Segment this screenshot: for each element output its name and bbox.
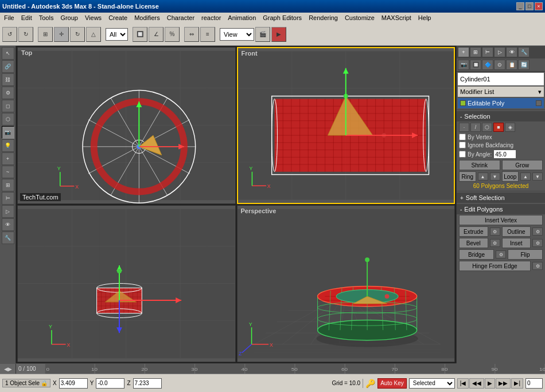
rp-mini-btn4[interactable]: ⊙ [494, 60, 505, 70]
by-vertex-checkbox[interactable] [459, 134, 466, 140]
hinge-from-edge-button[interactable]: Hinge From Edge [459, 261, 531, 271]
lt-select-tool[interactable]: ↖ [2, 47, 14, 60]
menu-item-file[interactable]: File [1, 14, 17, 22]
menu-item-help[interactable]: Help [415, 14, 434, 22]
bevel-settings[interactable]: ⚙ [490, 239, 500, 247]
snap-toggle[interactable]: 🔲 [133, 27, 147, 42]
current-frame-input[interactable] [525, 378, 543, 389]
modifier-item-editable-poly[interactable]: Editable Poly [458, 98, 544, 108]
menu-item-views[interactable]: Views [82, 14, 104, 22]
menu-item-rendering[interactable]: Rendering [306, 14, 341, 22]
menu-item-graph editors[interactable]: Graph Editors [260, 14, 305, 22]
ring-spinner-up[interactable]: ▲ [478, 173, 488, 181]
rotate-button[interactable]: ↻ [70, 27, 85, 42]
bevel-button[interactable]: Bevel [459, 238, 488, 248]
flip-button[interactable]: Flip [508, 249, 543, 260]
menu-item-animation[interactable]: Animation [225, 14, 259, 22]
lt-spacewarp-tool[interactable]: ~ [2, 166, 14, 178]
modifier-vis-box[interactable] [536, 100, 542, 106]
filter-select[interactable]: All [106, 28, 128, 41]
menu-item-tools[interactable]: Tools [36, 14, 57, 22]
lt-hierarchy-tool[interactable]: ⊢ [2, 192, 14, 205]
y-input[interactable] [96, 378, 124, 389]
bridge-button[interactable]: Bridge [459, 249, 494, 260]
loop-spinner-down[interactable]: ▼ [532, 173, 543, 181]
soft-selection-collapse[interactable]: + [460, 195, 464, 201]
redo-button[interactable]: ↻ [18, 27, 33, 42]
ring-button[interactable]: Ring [459, 171, 476, 182]
rp-tab-utilities[interactable]: 🔧 [518, 47, 530, 57]
next-frame-button[interactable]: ▶| [511, 378, 523, 389]
rp-tab-hierarchy[interactable]: ⊢ [482, 47, 493, 57]
move-button[interactable]: ✛ [54, 27, 69, 42]
viewport-perspective[interactable]: Perspective [237, 205, 456, 362]
viewport-top[interactable]: Top [17, 47, 236, 204]
timeline-range[interactable]: 0 / 100 0 [16, 364, 545, 374]
bridge-settings[interactable]: ⚙ [496, 250, 506, 258]
lt-helper-tool[interactable]: + [2, 152, 14, 165]
x-input[interactable] [59, 378, 88, 389]
play-button[interactable]: ▶ [485, 378, 495, 389]
align-button[interactable]: ≡ [200, 27, 215, 42]
lt-modify-tool[interactable]: ⊞ [2, 179, 14, 191]
loop-spinner-up[interactable]: ▲ [520, 173, 531, 181]
hinge-settings[interactable]: ⚙ [532, 262, 543, 270]
menu-item-reactor[interactable]: reactor [198, 14, 224, 22]
menu-item-character[interactable]: Character [164, 14, 197, 22]
menu-item-group[interactable]: Group [57, 14, 81, 22]
render-button[interactable]: ▶ [271, 27, 286, 42]
by-angle-input[interactable] [493, 150, 516, 159]
lt-light-tool[interactable]: 💡 [2, 139, 14, 152]
next-key-button[interactable]: ▶▶ [496, 378, 511, 389]
prev-frame-button[interactable]: |◀ [457, 378, 469, 389]
viewport-left[interactable]: Top [17, 205, 236, 362]
percent-snap[interactable]: % [165, 27, 180, 42]
rp-tab-create[interactable]: + [458, 47, 469, 57]
rp-mini-btn2[interactable]: 🔲 [470, 60, 481, 70]
sel-polygon-icon[interactable]: ■ [493, 123, 504, 132]
menu-item-modifiers[interactable]: Modifiers [131, 14, 163, 22]
maximize-button[interactable]: □ [525, 2, 534, 10]
lt-camera-tool[interactable]: 📷 [2, 126, 14, 139]
lt-unlink-tool[interactable]: ⛓ [2, 73, 14, 86]
menu-item-edit[interactable]: Edit [18, 14, 35, 22]
lt-link-tool[interactable]: 🔗 [2, 60, 14, 73]
lt-display-tool[interactable]: 👁 [2, 218, 14, 231]
menu-item-maxscript[interactable]: MAXScript [379, 14, 414, 22]
extrude-settings[interactable]: ⚙ [490, 228, 500, 236]
minimize-button[interactable]: _ [516, 2, 524, 10]
right-panel-scroll[interactable]: Cylinder01 Modifier List ▾ Editable Poly… [457, 72, 545, 363]
rp-mini-btn5[interactable]: 📋 [506, 60, 517, 70]
by-angle-checkbox[interactable] [459, 151, 466, 158]
menu-item-customize[interactable]: Customize [342, 14, 377, 22]
lt-motion-tool[interactable]: ▷ [2, 205, 14, 218]
rp-tab-modify[interactable]: ⊞ [470, 47, 481, 57]
object-name-field[interactable]: Cylinder01 [458, 73, 544, 85]
mirror-button[interactable]: ⇔ [184, 27, 199, 42]
loop-button[interactable]: Loop [502, 171, 519, 182]
render-setup[interactable]: 🎬 [255, 27, 270, 42]
selected-dropdown[interactable]: Selected [409, 378, 455, 389]
z-input[interactable] [133, 378, 162, 389]
insert-vertex-button[interactable]: Insert Vertex [459, 215, 543, 225]
sel-element-icon[interactable]: ◈ [505, 123, 515, 132]
inset-button[interactable]: Inset [502, 238, 531, 248]
prev-key-button[interactable]: ◀◀ [469, 378, 484, 389]
sel-edge-icon[interactable]: / [470, 123, 481, 132]
select-button[interactable]: ⊞ [38, 27, 53, 42]
rp-tab-motion[interactable]: ▷ [494, 47, 505, 57]
edit-polygons-collapse[interactable]: - [460, 206, 462, 213]
menu-item-create[interactable]: Create [106, 14, 130, 22]
selection-collapse-btn[interactable]: - [460, 113, 462, 120]
rp-mini-btn6[interactable]: 🔄 [518, 60, 530, 70]
grow-button[interactable]: Grow [502, 160, 543, 170]
sel-vertex-icon[interactable]: · [459, 123, 469, 132]
close-button[interactable]: × [535, 2, 543, 10]
lt-shapes-tool[interactable]: ⬡ [2, 113, 14, 126]
auto-key-button[interactable]: Auto Key [377, 378, 407, 389]
ignore-backfacing-checkbox[interactable] [459, 142, 466, 148]
sel-border-icon[interactable]: ⬡ [482, 123, 492, 132]
inset-settings[interactable]: ⚙ [532, 239, 543, 247]
undo-button[interactable]: ↺ [2, 27, 17, 42]
outline-button[interactable]: Outline [502, 226, 531, 237]
